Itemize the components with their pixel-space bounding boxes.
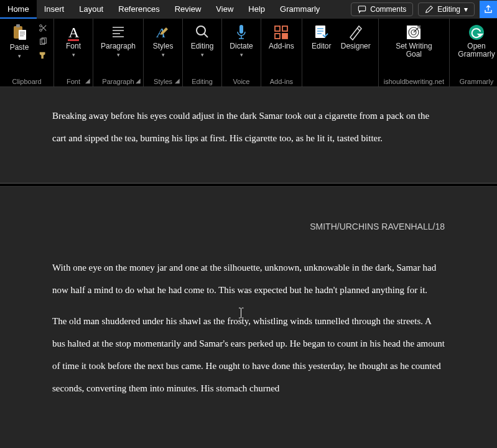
tab-insert[interactable]: Insert: [37, 0, 72, 19]
tab-references[interactable]: References: [111, 0, 167, 19]
chevron-down-icon: ▾: [117, 52, 120, 58]
clipboard-icon: [11, 24, 27, 42]
search-icon: [194, 24, 210, 41]
tab-help[interactable]: Help: [241, 0, 272, 19]
set-writing-goal-button[interactable]: Set Writing Goal: [389, 22, 439, 60]
svg-text:A: A: [68, 24, 80, 40]
chevron-down-icon: ▾: [72, 52, 75, 58]
group-paragraph: Paragraph ▾ Paragraph ◢: [93, 19, 144, 86]
addins-button[interactable]: Add-ins: [266, 22, 297, 52]
microphone-icon: [233, 24, 249, 41]
grammarly-icon: [468, 24, 485, 41]
document-canvas[interactable]: Breaking away before his eyes could adju…: [0, 87, 497, 448]
svg-point-14: [197, 26, 205, 35]
svg-rect-3: [19, 30, 26, 40]
group-addins: Add-ins Add-ins: [261, 19, 302, 86]
svg-point-7: [40, 29, 42, 32]
share-icon: [483, 4, 493, 14]
chevron-down-icon: ▾: [201, 52, 204, 58]
dictate-label: Dictate: [230, 42, 253, 50]
tab-home[interactable]: Home: [0, 0, 37, 19]
svg-rect-15: [239, 25, 243, 34]
styles-a-icon: A: [155, 24, 171, 41]
svg-rect-12: [68, 39, 79, 41]
editing-button[interactable]: Editing ▾: [188, 22, 216, 59]
group-styles: A Styles ▾ Styles ◢: [144, 19, 183, 86]
tab-view[interactable]: View: [208, 0, 241, 19]
document-paragraph[interactable]: Breaking away before his eyes could adju…: [52, 105, 445, 149]
chevron-down-icon: ▾: [162, 52, 165, 58]
open-grammarly-label: Open Grammarly: [458, 42, 495, 58]
editing-label: Editing: [437, 5, 460, 14]
dialog-launcher[interactable]: ◢: [175, 77, 180, 84]
editing-mode-button[interactable]: Editing ▾: [418, 2, 475, 16]
comments-button[interactable]: Comments: [351, 2, 413, 16]
svg-rect-2: [16, 24, 20, 27]
document-paragraph[interactable]: The old man shuddered under his shawl as…: [52, 310, 445, 399]
svg-rect-5: [20, 34, 25, 34]
ribbon-toolbar: Paste ▾ Clipboard A Font ▾ Font ◢ Pa: [0, 19, 497, 87]
group-label: Grammarly: [460, 77, 493, 85]
format-painter-button[interactable]: [37, 50, 49, 61]
group-label: [339, 77, 341, 85]
share-button[interactable]: [480, 1, 497, 18]
tab-grammarly[interactable]: Grammarly: [272, 0, 327, 19]
font-label: Font: [66, 42, 81, 50]
open-grammarly-button[interactable]: Open Grammarly: [455, 22, 497, 60]
group-label: Editing: [192, 77, 213, 85]
svg-rect-0: [359, 6, 366, 11]
copy-button[interactable]: [37, 36, 49, 47]
chevron-down-icon: ▾: [18, 53, 21, 59]
paste-button[interactable]: Paste ▾: [5, 22, 34, 60]
chevron-down-icon: ▾: [240, 52, 243, 58]
font-a-icon: A: [65, 24, 81, 41]
font-button[interactable]: A Font ▾: [59, 22, 88, 59]
paste-label: Paste: [10, 44, 29, 52]
svg-rect-17: [282, 26, 287, 31]
group-label: Clipboard: [12, 77, 41, 85]
cut-button[interactable]: [37, 22, 49, 34]
group-writing-goal: Set Writing Goal ishouldbewriting.net: [379, 19, 450, 86]
dialog-launcher[interactable]: ◢: [85, 77, 90, 84]
group-label: Paragraph: [102, 77, 134, 85]
svg-point-8: [40, 25, 42, 27]
group-clipboard: Paste ▾ Clipboard: [0, 19, 54, 86]
tab-review[interactable]: Review: [167, 0, 209, 19]
editor-button[interactable]: Editor: [307, 22, 336, 52]
group-label: Font: [67, 77, 80, 85]
target-icon: [405, 24, 422, 41]
paragraph-icon: [110, 24, 126, 41]
styles-button[interactable]: A Styles ▾: [149, 22, 177, 59]
editor-icon: [314, 24, 330, 41]
brush-icon: [39, 51, 47, 60]
svg-rect-19: [282, 34, 287, 39]
group-label: ishouldbewriting.net: [384, 77, 444, 85]
svg-rect-16: [275, 26, 280, 31]
addins-label: Add-ins: [269, 42, 294, 50]
pencil-icon: [425, 5, 434, 14]
text-cursor-icon: [238, 307, 244, 319]
group-label: Styles: [154, 77, 172, 85]
styles-label: Styles: [153, 42, 174, 50]
copy-icon: [39, 37, 47, 46]
tab-layout[interactable]: Layout: [72, 0, 111, 19]
editing-label: Editing: [191, 42, 214, 50]
svg-rect-18: [275, 34, 280, 39]
grid-icon: [273, 24, 289, 41]
paragraph-button[interactable]: Paragraph ▾: [98, 22, 138, 59]
chevron-down-icon: ▾: [464, 5, 468, 14]
writing-goal-label: Set Writing Goal: [396, 42, 432, 58]
dictate-button[interactable]: Dictate ▾: [227, 22, 256, 59]
dialog-launcher[interactable]: ◢: [136, 77, 141, 84]
group-label: Voice: [233, 77, 250, 85]
designer-icon: [348, 24, 364, 41]
document-paragraph[interactable]: With one eye on the money jar and one at…: [52, 256, 445, 301]
comment-icon: [358, 5, 366, 14]
group-editor-designer: Editor Designer: [302, 19, 379, 86]
group-grammarly: Open Grammarly Grammarly: [450, 19, 497, 86]
scissors-icon: [39, 24, 47, 32]
editor-label: Editor: [312, 42, 331, 50]
page-header[interactable]: SMITH/URCHINS RAVENHALL/18: [0, 187, 497, 256]
designer-button[interactable]: Designer: [338, 22, 373, 52]
comments-label: Comments: [370, 5, 406, 14]
